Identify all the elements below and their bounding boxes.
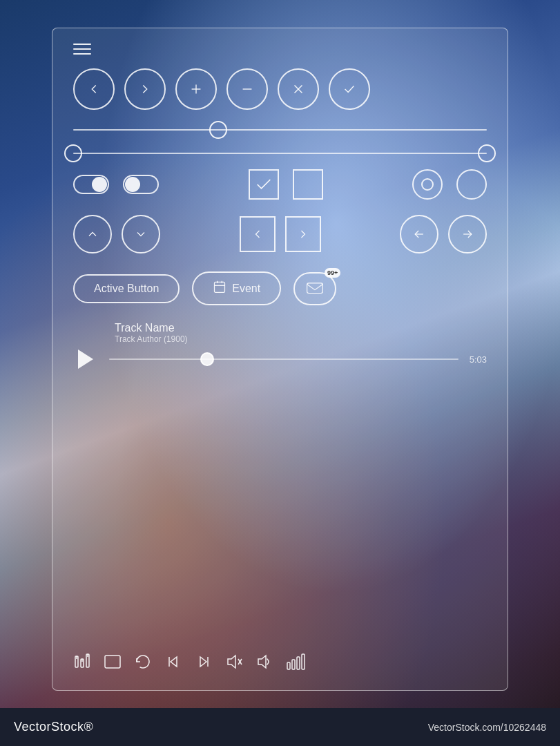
active-button[interactable]: Active Button xyxy=(73,274,180,303)
screen-icon[interactable] xyxy=(104,653,122,671)
event-button[interactable]: Event xyxy=(192,271,281,305)
track-info: Track Name Track Author (1900) xyxy=(73,322,487,344)
svg-marker-26 xyxy=(258,656,266,668)
player-time: 5:03 xyxy=(470,354,487,365)
check-button[interactable] xyxy=(329,68,370,110)
close-button[interactable] xyxy=(278,68,319,110)
svg-rect-28 xyxy=(292,660,295,669)
svg-marker-23 xyxy=(228,656,235,668)
toggle-on[interactable] xyxy=(73,175,109,194)
svg-rect-11 xyxy=(307,283,323,293)
slider-1-thumb[interactable] xyxy=(209,121,227,139)
toggle-off-knob xyxy=(125,177,140,192)
watermark-bar: VectorStock® VectorStock.com/10262448 xyxy=(0,708,560,746)
up-button[interactable] xyxy=(73,215,112,254)
notification-badge: 99+ xyxy=(325,268,340,278)
circle-buttons-row xyxy=(73,68,487,110)
skip-back-icon[interactable] xyxy=(164,653,182,671)
watermark-left: VectorStock® xyxy=(14,720,93,734)
svg-rect-29 xyxy=(297,657,300,669)
player-controls-row: 5:03 xyxy=(73,347,487,372)
calendar-icon xyxy=(213,280,226,297)
track-name: Track Name xyxy=(115,322,487,334)
svg-rect-18 xyxy=(105,656,120,668)
radio-unselected[interactable] xyxy=(456,169,487,200)
forward-button[interactable] xyxy=(124,68,166,110)
hamburger-menu[interactable] xyxy=(73,44,487,55)
minus-button[interactable] xyxy=(226,68,268,110)
player-progress-thumb[interactable] xyxy=(200,352,214,366)
refresh-icon[interactable] xyxy=(134,653,152,671)
arrow-left-button[interactable] xyxy=(400,215,438,254)
signal-icon[interactable] xyxy=(286,653,307,671)
checkbox-unchecked[interactable] xyxy=(293,169,323,200)
player-section: Track Name Track Author (1900) 5:03 xyxy=(73,322,487,640)
radio-selected-inner xyxy=(421,178,434,191)
slider-2-left-thumb[interactable] xyxy=(64,144,82,162)
action-buttons-row: Active Button Event 99+ xyxy=(73,271,487,305)
play-icon xyxy=(78,350,93,369)
notification-button[interactable]: 99+ xyxy=(293,272,336,305)
svg-rect-27 xyxy=(287,662,290,669)
down-button[interactable] xyxy=(122,215,160,254)
toggle-off[interactable] xyxy=(123,175,159,194)
bottom-icons-row xyxy=(73,653,487,675)
player-progress-bar[interactable] xyxy=(109,358,458,360)
slider-2[interactable] xyxy=(73,153,487,154)
play-button[interactable] xyxy=(73,347,98,372)
toggle-on-knob xyxy=(92,177,107,192)
slider-2-right-thumb[interactable] xyxy=(478,144,496,162)
ui-panel: Active Button Event 99+ Track Name Track… xyxy=(52,28,508,691)
volume-icon[interactable] xyxy=(255,653,273,671)
skip-forward-icon[interactable] xyxy=(195,653,213,671)
svg-marker-19 xyxy=(171,657,177,667)
square-left-button[interactable] xyxy=(240,216,276,252)
add-button[interactable] xyxy=(175,68,217,110)
watermark-right: VectorStock.com/10262448 xyxy=(428,722,546,733)
checkbox-checked[interactable] xyxy=(249,169,279,200)
radio-selected[interactable] xyxy=(412,169,443,200)
svg-rect-7 xyxy=(215,282,225,292)
controls-row xyxy=(73,169,487,200)
mute-icon[interactable] xyxy=(225,653,243,671)
square-right-button[interactable] xyxy=(285,216,321,252)
svg-rect-30 xyxy=(302,654,305,669)
back-button[interactable] xyxy=(73,68,115,110)
arrows-row xyxy=(73,215,487,254)
svg-marker-21 xyxy=(200,657,206,667)
equalizer-icon[interactable] xyxy=(73,653,91,671)
track-author: Track Author (1900) xyxy=(115,334,487,344)
slider-1[interactable] xyxy=(73,129,487,131)
arrow-right-button[interactable] xyxy=(448,215,487,254)
